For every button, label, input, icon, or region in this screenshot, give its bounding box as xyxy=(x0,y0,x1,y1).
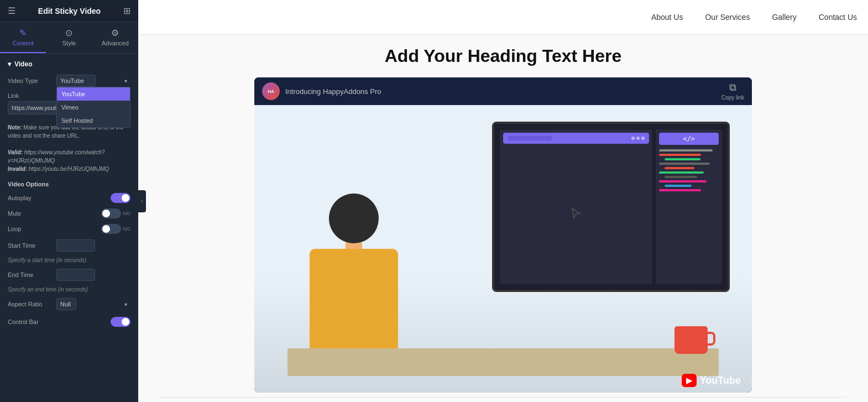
nav-our-services[interactable]: Our Services xyxy=(705,13,750,22)
browser-dots xyxy=(631,137,645,140)
tab-content-label: Content xyxy=(12,40,34,46)
video-type-select-wrapper: YouTube Vimeo Self Hosted YouTube Vimeo … xyxy=(56,75,130,87)
invalid-label: Invalid: https://youtu.be/HJRzUQMhJMQ xyxy=(8,166,109,172)
start-time-input[interactable] xyxy=(56,239,95,252)
autoplay-toggle[interactable] xyxy=(111,193,130,203)
youtube-watermark: ▶ YouTube xyxy=(682,374,741,387)
tab-advanced-label: Advanced xyxy=(102,40,129,46)
left-panel: ☰ Edit Sticky Video ⊞ ✎ Content ⊙ Style … xyxy=(0,0,138,402)
aspect-ratio-label: Aspect Ratio xyxy=(8,301,52,307)
page-content: Add Your Heading Text Here HA Introducin… xyxy=(138,35,868,402)
tab-advanced[interactable]: ⚙ Advanced xyxy=(92,22,138,53)
loop-toggle[interactable] xyxy=(101,224,121,234)
video-illustration: </> xyxy=(254,105,752,393)
code-line-7 xyxy=(665,176,697,178)
youtube-play-icon: ▶ xyxy=(682,374,697,387)
video-type-label: Video Type xyxy=(8,77,52,84)
tab-content[interactable]: ✎ Content xyxy=(0,22,46,53)
end-time-field: End Time xyxy=(8,269,130,281)
person-head xyxy=(329,194,379,243)
add-section-bar[interactable]: + xyxy=(160,397,846,402)
nav-gallery[interactable]: Gallery xyxy=(772,13,796,22)
video-type-select[interactable]: YouTube Vimeo Self Hosted xyxy=(56,75,96,87)
nav-about-us[interactable]: About Us xyxy=(651,13,683,22)
browser-dot-1 xyxy=(631,137,635,140)
cursor-icon xyxy=(569,207,583,220)
person-body xyxy=(310,249,398,359)
panel-header: ☰ Edit Sticky Video ⊞ xyxy=(0,0,138,22)
code-line-10 xyxy=(659,189,701,191)
video-section-header: ▾ Video xyxy=(8,60,130,68)
grid-icon[interactable]: ⊞ xyxy=(123,6,130,16)
panel-content: ▾ Video Video Type YouTube Vimeo Self Ho… xyxy=(0,54,138,402)
code-lines xyxy=(659,149,719,191)
aspect-ratio-select[interactable]: Null 16:9 4:3 3:2 xyxy=(56,298,76,310)
control-bar-row: Control Bar xyxy=(8,317,130,327)
code-line-3 xyxy=(665,158,700,160)
video-avatar: HA xyxy=(262,82,280,100)
panel-title: Edit Sticky Video xyxy=(38,7,101,15)
control-bar-toggle[interactable] xyxy=(111,317,130,327)
video-title: Introducing HappyAddons Pro xyxy=(285,87,381,96)
link-label: Link xyxy=(8,92,52,99)
aspect-ratio-field: Aspect Ratio Null 16:9 4:3 3:2 xyxy=(8,298,130,310)
code-line-1 xyxy=(659,149,713,152)
video-options-label: Video Options xyxy=(8,181,130,187)
end-time-input[interactable] xyxy=(56,269,95,281)
autoplay-slider xyxy=(111,193,130,203)
start-time-field: Start Time xyxy=(8,239,130,252)
monitor-screen: </> xyxy=(492,122,730,292)
loop-label: Loop xyxy=(8,226,101,232)
video-section-label: Video xyxy=(14,60,32,68)
video-top-bar: HA Introducing HappyAddons Pro ⧉ Copy li… xyxy=(254,77,752,105)
collapse-panel-button[interactable]: ‹ xyxy=(138,190,146,212)
monitor-inner: </> xyxy=(500,129,722,284)
dropdown-selfhosted[interactable]: Self Hosted xyxy=(57,114,130,127)
section-collapse-icon[interactable]: ▾ xyxy=(8,60,11,68)
mute-toggle[interactable] xyxy=(101,208,121,218)
hamburger-icon[interactable]: ☰ xyxy=(8,6,15,16)
code-line-4 xyxy=(659,163,710,165)
monitor-browser-pane xyxy=(500,129,652,284)
browser-dot-2 xyxy=(636,137,640,140)
mute-slider xyxy=(101,208,121,218)
dropdown-youtube[interactable]: YouTube xyxy=(57,87,130,101)
start-time-label: Start Time xyxy=(8,242,52,249)
browser-dot-3 xyxy=(641,137,645,140)
nav-bar: About Us Our Services Gallery Contact Us xyxy=(138,0,868,35)
loop-no: NO xyxy=(123,226,131,232)
end-time-label: End Time xyxy=(8,272,52,278)
video-type-row: Video Type YouTube Vimeo Self Hosted You… xyxy=(8,75,130,87)
page-heading: Add Your Heading Text Here xyxy=(160,46,846,66)
cursor-area xyxy=(503,146,649,281)
monitor: </> xyxy=(492,122,730,292)
code-line-6 xyxy=(659,171,704,174)
illustration-person xyxy=(310,188,398,359)
code-line-8 xyxy=(659,180,707,182)
note-box: Note: Make sure you add the actual URL o… xyxy=(8,123,130,173)
coffee-mug xyxy=(674,326,708,354)
url-bar-mock xyxy=(508,136,552,140)
control-bar-label: Control Bar xyxy=(8,319,111,325)
tab-style-label: Style xyxy=(62,40,76,46)
style-tab-icon: ⊙ xyxy=(65,28,72,38)
youtube-text: YouTube xyxy=(700,375,741,387)
desk-surface xyxy=(287,348,719,376)
mute-label: Mute xyxy=(8,210,101,217)
code-line-2 xyxy=(659,154,701,156)
valid-label: Valid: https://www.youtube.com/watch?v=H… xyxy=(8,149,104,164)
copy-icon: ⧉ xyxy=(729,82,736,93)
copy-link-button[interactable]: ⧉ Copy link xyxy=(721,82,744,101)
mute-no: NO xyxy=(123,211,131,216)
video-type-field: Video Type YouTube Vimeo Self Hosted You… xyxy=(8,75,130,87)
copy-link-label: Copy link xyxy=(721,95,744,101)
code-line-5 xyxy=(665,167,694,169)
video-container: HA Introducing HappyAddons Pro ⧉ Copy li… xyxy=(254,77,752,393)
mug-handle xyxy=(707,332,715,346)
browser-bar xyxy=(503,133,649,144)
loop-slider xyxy=(101,224,121,234)
dropdown-vimeo[interactable]: Vimeo xyxy=(57,101,130,114)
advanced-tab-icon: ⚙ xyxy=(111,28,119,38)
tab-style[interactable]: ⊙ Style xyxy=(46,22,92,53)
nav-contact-us[interactable]: Contact Us xyxy=(819,13,857,22)
